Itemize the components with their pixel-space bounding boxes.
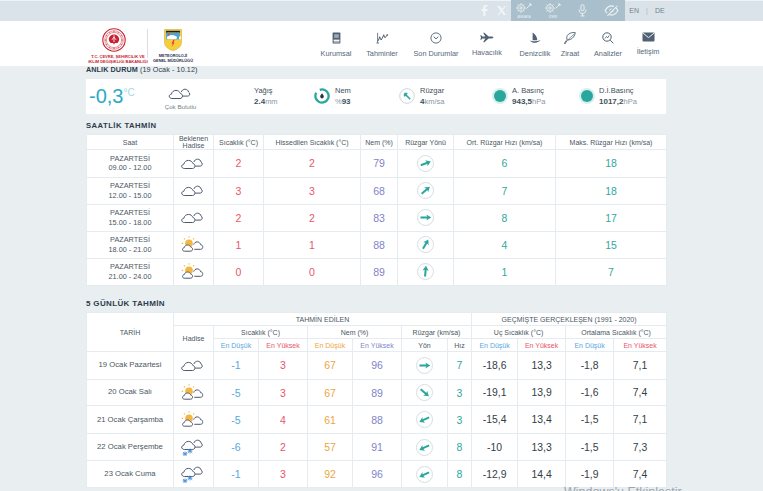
svg-text:ANKARA: ANKARA	[517, 15, 531, 19]
svg-text:METEOROLOJİ: METEOROLOJİ	[167, 31, 180, 33]
svg-text:İZMİR: İZMİR	[549, 14, 558, 19]
